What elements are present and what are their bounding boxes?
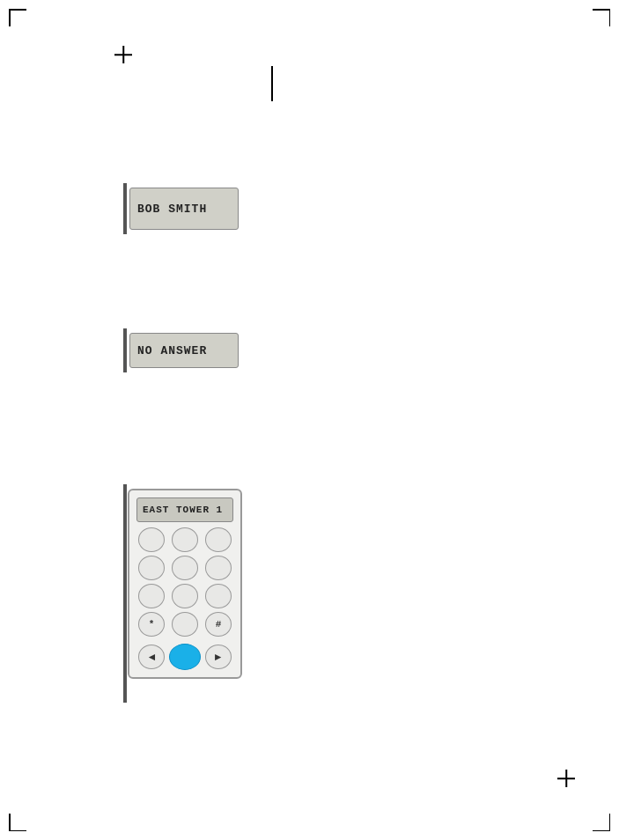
left-bar-panel1 [123, 183, 127, 234]
nav-center-button[interactable] [169, 644, 201, 670]
lcd-text-name: BOB SMITH [137, 203, 207, 216]
key-7[interactable] [138, 584, 165, 608]
plus-mark-top-left [114, 46, 132, 63]
left-bar-keypad [123, 484, 127, 703]
nav-row: ◄ ► [129, 640, 240, 670]
key-hash[interactable]: # [205, 612, 232, 637]
key-4[interactable] [138, 556, 165, 580]
keypad-device: EAST TOWER 1 * # ◄ ► [128, 489, 242, 679]
left-bar-panel2 [123, 328, 127, 372]
corner-mark-top-right [584, 9, 610, 35]
right-arrow-icon: ► [213, 651, 224, 663]
key-2[interactable] [172, 527, 198, 552]
keypad-display: EAST TOWER 1 [136, 497, 233, 522]
left-arrow-icon: ◄ [146, 651, 157, 663]
key-8[interactable] [172, 584, 198, 608]
lcd-panel-name: BOB SMITH [129, 188, 239, 230]
vert-line-top [271, 66, 273, 101]
key-0[interactable] [172, 612, 198, 637]
key-3[interactable] [205, 527, 232, 552]
lcd-text-status: NO ANSWER [137, 344, 207, 357]
corner-mark-top-left [9, 9, 35, 35]
nav-left-button[interactable]: ◄ [138, 645, 165, 669]
key-1[interactable] [138, 527, 165, 552]
key-star[interactable]: * [138, 612, 165, 637]
key-6[interactable] [205, 556, 232, 580]
corner-mark-bottom-left [9, 805, 35, 831]
nav-right-button[interactable]: ► [205, 645, 232, 669]
keypad-grid: * # [129, 527, 240, 637]
corner-mark-bottom-right [584, 805, 610, 831]
key-5[interactable] [172, 556, 198, 580]
keypad-display-text: EAST TOWER 1 [143, 505, 223, 515]
key-9[interactable] [205, 584, 232, 608]
plus-mark-bottom-right [557, 770, 575, 787]
lcd-panel-status: NO ANSWER [129, 333, 239, 368]
